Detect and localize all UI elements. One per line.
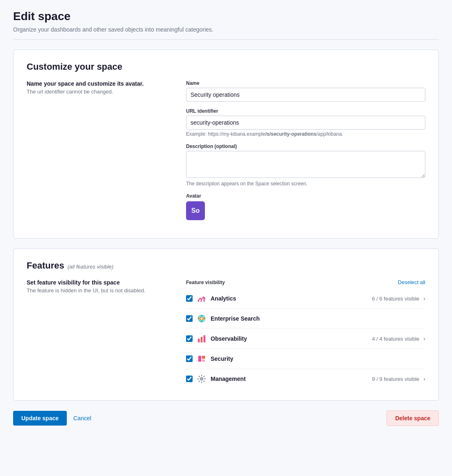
avatar[interactable]: So bbox=[186, 201, 205, 220]
observability-name: Observability bbox=[211, 335, 368, 342]
management-count: 9 / 9 features visible bbox=[372, 376, 420, 382]
feature-row-observability: Observability 4 / 4 features visible › bbox=[186, 329, 425, 349]
security-name: Security bbox=[211, 355, 421, 362]
feature-visibility-label: Feature visibility bbox=[186, 280, 225, 285]
feature-visibility-header: Feature visibility Deselect all bbox=[186, 279, 425, 285]
features-card: Features (all features visible) Set feat… bbox=[13, 248, 439, 401]
enterprise-search-icon bbox=[197, 314, 207, 323]
feature-row-analytics: Analytics 6 / 6 features visible › bbox=[186, 289, 425, 309]
page-title: Edit space bbox=[13, 10, 439, 23]
footer: Update space Cancel Delete space bbox=[13, 410, 439, 426]
name-input[interactable] bbox=[186, 88, 425, 102]
security-checkbox[interactable] bbox=[186, 355, 193, 362]
desc-input[interactable] bbox=[186, 151, 425, 178]
svg-rect-0 bbox=[198, 300, 199, 302]
features-title: Features bbox=[27, 260, 64, 271]
svg-rect-5 bbox=[198, 339, 200, 342]
features-subtitle: (all features visible) bbox=[68, 264, 114, 270]
enterprise-name: Enterprise Search bbox=[211, 315, 421, 322]
svg-rect-1 bbox=[201, 298, 202, 302]
url-hint: Example: https://my-kibana.example/s/sec… bbox=[186, 131, 425, 137]
management-name: Management bbox=[211, 376, 368, 382]
analytics-count: 6 / 6 features visible bbox=[372, 296, 420, 302]
feature-row-security: Security bbox=[186, 349, 425, 369]
update-space-button[interactable]: Update space bbox=[13, 411, 67, 426]
observability-icon bbox=[197, 334, 207, 344]
features-left: Set feature visibility for this space Th… bbox=[27, 279, 176, 294]
svg-rect-10 bbox=[202, 360, 205, 362]
desc-label: Description (optional) bbox=[186, 143, 425, 149]
svg-rect-9 bbox=[202, 356, 205, 359]
svg-rect-6 bbox=[201, 337, 203, 342]
desc-group: Description (optional) The description a… bbox=[186, 143, 425, 187]
customize-left-note: The url identifier cannot be changed. bbox=[27, 89, 176, 95]
features-header: Features (all features visible) bbox=[27, 260, 425, 271]
customize-space-card: Customize your space Name your space and… bbox=[13, 50, 439, 239]
customize-left-title: Name your space and customize its avatar… bbox=[27, 80, 176, 87]
name-label: Name bbox=[186, 80, 425, 86]
header-divider bbox=[13, 39, 439, 40]
name-group: Name bbox=[186, 80, 425, 102]
url-input[interactable] bbox=[186, 116, 425, 130]
desc-hint: The description appears on the Space sel… bbox=[186, 181, 425, 187]
svg-rect-2 bbox=[204, 297, 205, 302]
customize-left: Name your space and customize its avatar… bbox=[27, 80, 176, 95]
analytics-icon bbox=[197, 294, 207, 303]
deselect-all-button[interactable]: Deselect all bbox=[398, 279, 425, 285]
feature-row-enterprise: Enterprise Search bbox=[186, 309, 425, 329]
management-checkbox[interactable] bbox=[186, 376, 193, 382]
svg-point-11 bbox=[200, 378, 203, 380]
features-left-note: The feature is hidden in the UI, but is … bbox=[27, 287, 176, 294]
svg-rect-7 bbox=[204, 335, 206, 342]
svg-rect-8 bbox=[198, 356, 201, 362]
url-label: URL identifier bbox=[186, 108, 425, 114]
observability-count: 4 / 4 features visible bbox=[372, 336, 420, 342]
url-group: URL identifier Example: https://my-kiban… bbox=[186, 108, 425, 137]
avatar-label: Avatar bbox=[186, 193, 425, 199]
footer-left: Update space Cancel bbox=[13, 411, 93, 426]
management-chevron-icon[interactable]: › bbox=[423, 376, 425, 382]
avatar-group: Avatar So bbox=[186, 193, 425, 220]
features-left-title: Set feature visibility for this space bbox=[27, 279, 176, 286]
security-icon bbox=[197, 354, 207, 364]
svg-point-4 bbox=[200, 317, 203, 320]
enterprise-checkbox[interactable] bbox=[186, 315, 193, 322]
analytics-name: Analytics bbox=[211, 295, 368, 302]
customize-title: Customize your space bbox=[27, 61, 425, 72]
page-subtitle: Organize your dashboards and other saved… bbox=[13, 26, 439, 33]
management-icon bbox=[197, 374, 207, 384]
analytics-checkbox[interactable] bbox=[186, 295, 193, 302]
features-right: Feature visibility Deselect all Analytic… bbox=[186, 279, 425, 389]
cancel-button[interactable]: Cancel bbox=[72, 411, 93, 426]
delete-space-button[interactable]: Delete space bbox=[386, 410, 439, 426]
observability-checkbox[interactable] bbox=[186, 335, 193, 342]
feature-row-management: Management 9 / 9 features visible › bbox=[186, 369, 425, 389]
customize-right: Name URL identifier Example: https://my-… bbox=[186, 80, 425, 227]
analytics-chevron-icon[interactable]: › bbox=[423, 295, 425, 302]
observability-chevron-icon[interactable]: › bbox=[423, 335, 425, 342]
